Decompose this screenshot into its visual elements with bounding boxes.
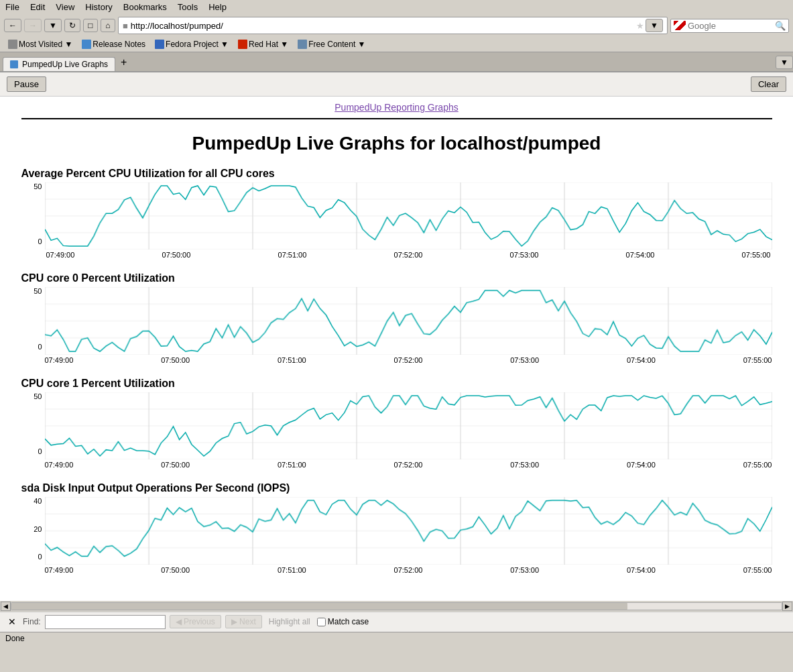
x-label: 07:50:00: [161, 461, 190, 469]
status-text: Done: [5, 634, 25, 643]
bookmark-red-hat[interactable]: Red Hat ▼: [234, 38, 292, 50]
close-find-button[interactable]: ✕: [5, 616, 19, 627]
bookmark-star[interactable]: ★: [636, 21, 644, 31]
h-scrollbar-track[interactable]: [11, 602, 782, 610]
x-label: 07:54:00: [627, 356, 656, 364]
y-label-50-cpu0: 50: [34, 287, 42, 295]
x-label: 07:55:00: [742, 251, 771, 259]
chart-avg-cpu: Average Percent CPU Utilization for all …: [21, 168, 772, 259]
bookmarks-bar: Most Visited ▼ Release Notes Fedora Proj…: [0, 37, 793, 52]
x-label: 07:52:00: [394, 356, 423, 364]
x-label: 07:51:00: [278, 566, 306, 574]
home-button[interactable]: ⌂: [101, 19, 115, 32]
x-label: 07:53:00: [510, 251, 539, 259]
bookmark-most-visited[interactable]: Most Visited ▼: [4, 38, 76, 50]
x-label: 07:53:00: [510, 461, 539, 469]
menu-help[interactable]: Help: [208, 2, 227, 12]
x-label: 07:53:00: [510, 566, 539, 574]
search-input[interactable]: [688, 21, 775, 31]
x-label: 07:55:00: [743, 356, 772, 364]
x-label: 07:49:00: [45, 566, 74, 574]
chart-cpu1: CPU core 1 Percent Utilization 50 0 07:4…: [21, 378, 772, 469]
reload-button[interactable]: ↻: [64, 19, 80, 32]
x-label: 07:49:00: [45, 356, 74, 364]
pause-button[interactable]: Pause: [7, 76, 46, 92]
x-label: 07:49:00: [46, 251, 75, 259]
bookmark-free-content[interactable]: Free Content ▼: [294, 38, 369, 50]
reporting-graphs-link[interactable]: PumpedUp Reporting Graphs: [21, 97, 772, 119]
fedora-icon: [155, 40, 164, 49]
page-title: PumpedUp Live Graphs for localhost/pumpe…: [21, 126, 772, 168]
y-label-20-iops: 20: [34, 525, 42, 533]
chart-avg-cpu-canvas: [45, 182, 772, 249]
url-go-button[interactable]: ▼: [646, 19, 663, 32]
x-label: 07:55:00: [743, 566, 772, 574]
y-label-0-avg: 0: [38, 237, 42, 245]
menu-view[interactable]: View: [56, 2, 74, 12]
stop-button[interactable]: □: [83, 19, 98, 32]
menu-bar: File Edit View History Bookmarks Tools H…: [0, 0, 793, 14]
page-scroll-area[interactable]: PumpedUp Reporting Graphs PumpedUp Live …: [0, 97, 793, 601]
find-input[interactable]: [45, 615, 166, 629]
nav-toolbar: ← → ▼ ↻ □ ⌂ ■ ★ ▼ 🔍: [0, 14, 793, 37]
url-input[interactable]: [131, 21, 636, 31]
new-tab-button[interactable]: +: [117, 55, 131, 70]
x-label: 07:51:00: [278, 356, 306, 364]
chart-cpu0-title: CPU core 0 Percent Utilization: [21, 272, 772, 284]
most-visited-icon: [8, 40, 17, 49]
x-label: 07:50:00: [162, 251, 191, 259]
x-label: 07:52:00: [394, 566, 423, 574]
status-bar: Done: [0, 632, 793, 645]
x-label: 07:50:00: [161, 356, 190, 364]
y-label-0-cpu1: 0: [38, 447, 42, 455]
scroll-right-button[interactable]: ▶: [782, 602, 792, 611]
search-icon[interactable]: 🔍: [775, 21, 786, 31]
chart-cpu0: CPU core 0 Percent Utilization 50 0 07:4…: [21, 272, 772, 363]
x-label: 07:49:00: [45, 461, 74, 469]
bookmark-fedora-project[interactable]: Fedora Project ▼: [151, 38, 233, 50]
menu-history[interactable]: History: [85, 2, 112, 12]
find-next-button[interactable]: ▶ Next: [225, 615, 262, 628]
find-label: Find:: [23, 617, 41, 626]
x-label: 07:50:00: [161, 566, 190, 574]
tabs-bar: PumpedUp Live Graphs + ▼: [0, 52, 793, 72]
menu-tools[interactable]: Tools: [178, 2, 198, 12]
clear-button[interactable]: Clear: [751, 76, 786, 92]
find-bar: ✕ Find: ◀ Previous ▶ Next Highlight all …: [0, 612, 793, 632]
find-previous-button[interactable]: ◀ Previous: [170, 615, 221, 628]
highlight-all-button[interactable]: Highlight all: [266, 616, 313, 628]
page-content: PumpedUp Reporting Graphs PumpedUp Live …: [8, 97, 786, 601]
scroll-left-button[interactable]: ◀: [1, 602, 11, 611]
y-label-0-iops: 0: [38, 553, 42, 561]
y-label-0-cpu0: 0: [38, 343, 42, 351]
redhat-icon: [238, 40, 247, 49]
tab-list-button[interactable]: ▼: [776, 56, 793, 69]
back-button[interactable]: ←: [4, 19, 21, 32]
x-label: 07:54:00: [627, 566, 656, 574]
forward-dropdown[interactable]: ▼: [44, 19, 62, 32]
x-label: 07:52:00: [394, 251, 423, 259]
main-area: Pause Clear PumpedUp Reporting Graphs Pu…: [0, 72, 793, 645]
menu-bookmarks[interactable]: Bookmarks: [123, 2, 167, 12]
menu-edit[interactable]: Edit: [30, 2, 45, 12]
free-content-icon: [298, 40, 307, 49]
h-scrollbar-area: ◀ ▶: [0, 601, 793, 612]
tab-pumpeduplive[interactable]: PumpedUp Live Graphs: [3, 57, 115, 71]
chart-disk-iops: sda Disk Input Output Operations Per Sec…: [21, 482, 772, 573]
forward-button[interactable]: →: [24, 19, 42, 32]
match-case-checkbox[interactable]: [317, 618, 326, 626]
x-label: 07:53:00: [510, 356, 539, 364]
chart-cpu1-title: CPU core 1 Percent Utilization: [21, 378, 772, 390]
release-notes-icon: [82, 40, 91, 49]
chart-disk-iops-canvas: [45, 497, 772, 564]
tab-favicon: [10, 60, 18, 68]
menu-file[interactable]: File: [5, 2, 19, 12]
bookmark-release-notes[interactable]: Release Notes: [78, 38, 149, 50]
x-label: 07:55:00: [743, 461, 772, 469]
chart-cpu0-canvas: [45, 287, 772, 354]
chart-disk-iops-title: sda Disk Input Output Operations Per Sec…: [21, 482, 772, 494]
x-label: 07:51:00: [278, 251, 307, 259]
h-scrollbar-thumb: [11, 603, 627, 610]
y-label-50-avg: 50: [34, 182, 42, 190]
match-case-label[interactable]: Match case: [317, 617, 369, 626]
